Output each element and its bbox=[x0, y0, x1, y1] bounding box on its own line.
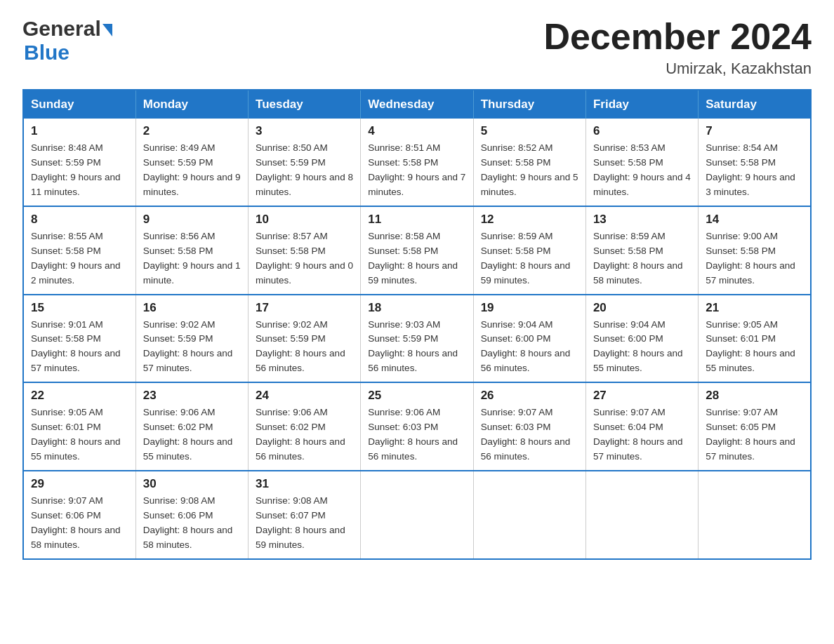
calendar-table: SundayMondayTuesdayWednesdayThursdayFrid… bbox=[22, 89, 812, 559]
day-cell: 25Sunrise: 9:06 AMSunset: 6:03 PMDayligh… bbox=[361, 382, 473, 471]
day-info: Sunrise: 9:02 AMSunset: 5:59 PMDaylight:… bbox=[256, 318, 353, 377]
day-cell: 26Sunrise: 9:07 AMSunset: 6:03 PMDayligh… bbox=[473, 382, 585, 471]
day-number: 3 bbox=[256, 124, 353, 138]
day-info: Sunrise: 9:06 AMSunset: 6:02 PMDaylight:… bbox=[256, 405, 353, 464]
logo: General Blue bbox=[22, 17, 112, 65]
day-cell: 20Sunrise: 9:04 AMSunset: 6:00 PMDayligh… bbox=[585, 295, 698, 383]
day-info: Sunrise: 9:08 AMSunset: 6:07 PMDaylight:… bbox=[256, 494, 353, 553]
day-number: 17 bbox=[256, 301, 353, 315]
day-info: Sunrise: 9:01 AMSunset: 5:58 PMDaylight:… bbox=[31, 318, 128, 377]
day-cell: 5Sunrise: 8:52 AMSunset: 5:58 PMDaylight… bbox=[473, 119, 585, 206]
day-cell: 3Sunrise: 8:50 AMSunset: 5:59 PMDaylight… bbox=[249, 119, 361, 206]
col-header-sunday: Sunday bbox=[23, 90, 135, 119]
day-info: Sunrise: 8:50 AMSunset: 5:59 PMDaylight:… bbox=[256, 141, 353, 200]
day-number: 4 bbox=[368, 124, 465, 138]
day-number: 27 bbox=[593, 389, 691, 403]
logo-text-blue: Blue bbox=[24, 41, 112, 65]
logo-text-general: General bbox=[22, 17, 101, 41]
day-number: 14 bbox=[706, 213, 803, 227]
page-header: General Blue December 2024 Umirzak, Kaza… bbox=[22, 17, 812, 78]
header-row: SundayMondayTuesdayWednesdayThursdayFrid… bbox=[23, 90, 811, 119]
week-row-1: 1Sunrise: 8:48 AMSunset: 5:59 PMDaylight… bbox=[23, 119, 811, 206]
day-cell bbox=[585, 471, 698, 559]
day-cell: 11Sunrise: 8:58 AMSunset: 5:58 PMDayligh… bbox=[361, 206, 473, 295]
day-number: 13 bbox=[593, 213, 691, 227]
day-cell: 30Sunrise: 9:08 AMSunset: 6:06 PMDayligh… bbox=[135, 471, 248, 559]
day-cell bbox=[473, 471, 585, 559]
day-cell: 16Sunrise: 9:02 AMSunset: 5:59 PMDayligh… bbox=[135, 295, 248, 383]
day-number: 22 bbox=[31, 389, 128, 403]
day-info: Sunrise: 9:06 AMSunset: 6:03 PMDaylight:… bbox=[368, 405, 465, 464]
day-number: 16 bbox=[143, 301, 241, 315]
col-header-tuesday: Tuesday bbox=[249, 90, 361, 119]
day-info: Sunrise: 9:03 AMSunset: 5:59 PMDaylight:… bbox=[368, 318, 465, 377]
week-row-5: 29Sunrise: 9:07 AMSunset: 6:06 PMDayligh… bbox=[23, 471, 811, 559]
day-info: Sunrise: 8:48 AMSunset: 5:59 PMDaylight:… bbox=[31, 141, 128, 200]
day-number: 12 bbox=[481, 213, 578, 227]
day-number: 24 bbox=[256, 389, 353, 403]
day-cell: 24Sunrise: 9:06 AMSunset: 6:02 PMDayligh… bbox=[249, 382, 361, 471]
day-cell: 6Sunrise: 8:53 AMSunset: 5:58 PMDaylight… bbox=[585, 119, 698, 206]
day-number: 15 bbox=[31, 301, 128, 315]
day-cell: 4Sunrise: 8:51 AMSunset: 5:58 PMDaylight… bbox=[361, 119, 473, 206]
day-number: 2 bbox=[143, 124, 241, 138]
day-info: Sunrise: 8:59 AMSunset: 5:58 PMDaylight:… bbox=[481, 229, 578, 288]
day-number: 20 bbox=[593, 301, 691, 315]
day-cell: 14Sunrise: 9:00 AMSunset: 5:58 PMDayligh… bbox=[699, 206, 811, 295]
week-row-3: 15Sunrise: 9:01 AMSunset: 5:58 PMDayligh… bbox=[23, 295, 811, 383]
day-info: Sunrise: 9:04 AMSunset: 6:00 PMDaylight:… bbox=[481, 318, 578, 377]
day-info: Sunrise: 8:59 AMSunset: 5:58 PMDaylight:… bbox=[593, 229, 691, 288]
main-title: December 2024 bbox=[543, 17, 812, 57]
day-number: 21 bbox=[706, 301, 803, 315]
col-header-wednesday: Wednesday bbox=[361, 90, 473, 119]
day-info: Sunrise: 8:54 AMSunset: 5:58 PMDaylight:… bbox=[706, 141, 803, 200]
day-cell: 12Sunrise: 8:59 AMSunset: 5:58 PMDayligh… bbox=[473, 206, 585, 295]
day-cell: 27Sunrise: 9:07 AMSunset: 6:04 PMDayligh… bbox=[585, 382, 698, 471]
day-cell bbox=[699, 471, 811, 559]
day-number: 8 bbox=[31, 213, 128, 227]
day-info: Sunrise: 8:55 AMSunset: 5:58 PMDaylight:… bbox=[31, 229, 128, 288]
day-cell: 7Sunrise: 8:54 AMSunset: 5:58 PMDaylight… bbox=[699, 119, 811, 206]
day-cell: 15Sunrise: 9:01 AMSunset: 5:58 PMDayligh… bbox=[23, 295, 135, 383]
day-info: Sunrise: 9:04 AMSunset: 6:00 PMDaylight:… bbox=[593, 318, 691, 377]
day-number: 25 bbox=[368, 389, 465, 403]
day-number: 31 bbox=[256, 477, 353, 491]
day-cell: 2Sunrise: 8:49 AMSunset: 5:59 PMDaylight… bbox=[135, 119, 248, 206]
day-info: Sunrise: 9:02 AMSunset: 5:59 PMDaylight:… bbox=[143, 318, 241, 377]
week-row-2: 8Sunrise: 8:55 AMSunset: 5:58 PMDaylight… bbox=[23, 206, 811, 295]
day-number: 7 bbox=[706, 124, 803, 138]
day-info: Sunrise: 8:53 AMSunset: 5:58 PMDaylight:… bbox=[593, 141, 691, 200]
logo-triangle-icon bbox=[102, 24, 112, 36]
day-cell: 28Sunrise: 9:07 AMSunset: 6:05 PMDayligh… bbox=[699, 382, 811, 471]
week-row-4: 22Sunrise: 9:05 AMSunset: 6:01 PMDayligh… bbox=[23, 382, 811, 471]
day-number: 10 bbox=[256, 213, 353, 227]
day-info: Sunrise: 9:07 AMSunset: 6:05 PMDaylight:… bbox=[706, 405, 803, 464]
day-info: Sunrise: 9:00 AMSunset: 5:58 PMDaylight:… bbox=[706, 229, 803, 288]
day-number: 19 bbox=[481, 301, 578, 315]
day-info: Sunrise: 8:57 AMSunset: 5:58 PMDaylight:… bbox=[256, 229, 353, 288]
day-info: Sunrise: 8:56 AMSunset: 5:58 PMDaylight:… bbox=[143, 229, 241, 288]
day-cell: 23Sunrise: 9:06 AMSunset: 6:02 PMDayligh… bbox=[135, 382, 248, 471]
day-info: Sunrise: 9:05 AMSunset: 6:01 PMDaylight:… bbox=[31, 405, 128, 464]
title-block: December 2024 Umirzak, Kazakhstan bbox=[543, 17, 812, 78]
day-cell: 17Sunrise: 9:02 AMSunset: 5:59 PMDayligh… bbox=[249, 295, 361, 383]
day-number: 28 bbox=[706, 389, 803, 403]
day-cell: 21Sunrise: 9:05 AMSunset: 6:01 PMDayligh… bbox=[699, 295, 811, 383]
day-info: Sunrise: 9:07 AMSunset: 6:06 PMDaylight:… bbox=[31, 494, 128, 553]
day-info: Sunrise: 9:05 AMSunset: 6:01 PMDaylight:… bbox=[706, 318, 803, 377]
day-cell: 13Sunrise: 8:59 AMSunset: 5:58 PMDayligh… bbox=[585, 206, 698, 295]
day-cell: 10Sunrise: 8:57 AMSunset: 5:58 PMDayligh… bbox=[249, 206, 361, 295]
day-number: 1 bbox=[31, 124, 128, 138]
day-number: 11 bbox=[368, 213, 465, 227]
day-cell: 18Sunrise: 9:03 AMSunset: 5:59 PMDayligh… bbox=[361, 295, 473, 383]
day-number: 30 bbox=[143, 477, 241, 491]
day-cell: 19Sunrise: 9:04 AMSunset: 6:00 PMDayligh… bbox=[473, 295, 585, 383]
day-number: 9 bbox=[143, 213, 241, 227]
day-cell: 1Sunrise: 8:48 AMSunset: 5:59 PMDaylight… bbox=[23, 119, 135, 206]
day-number: 5 bbox=[481, 124, 578, 138]
day-info: Sunrise: 9:08 AMSunset: 6:06 PMDaylight:… bbox=[143, 494, 241, 553]
col-header-saturday: Saturday bbox=[699, 90, 811, 119]
calendar-header: SundayMondayTuesdayWednesdayThursdayFrid… bbox=[23, 90, 811, 119]
day-number: 18 bbox=[368, 301, 465, 315]
day-info: Sunrise: 9:07 AMSunset: 6:03 PMDaylight:… bbox=[481, 405, 578, 464]
